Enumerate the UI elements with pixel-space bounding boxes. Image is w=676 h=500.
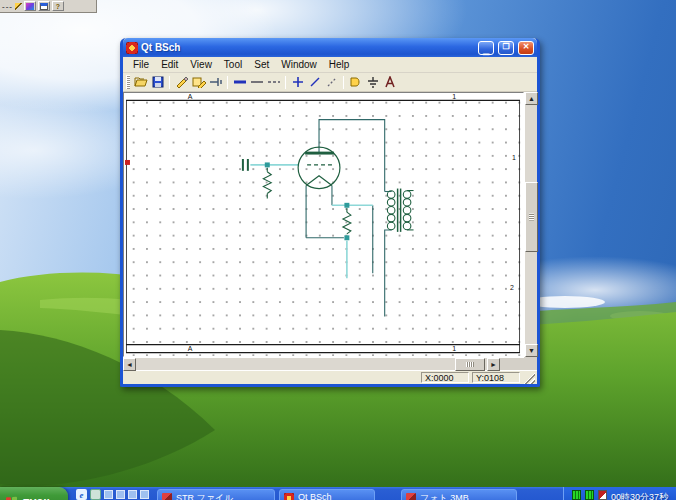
toolbar-handle[interactable] xyxy=(126,75,130,89)
dashed-line-button[interactable] xyxy=(323,74,340,90)
triode-tube-symbol[interactable] xyxy=(298,147,340,188)
selection-marker xyxy=(125,160,130,165)
vertical-scrollbar[interactable]: ▲ ▼ xyxy=(524,92,537,357)
cathode-resistor-symbol[interactable] xyxy=(343,208,351,234)
app-window: Qt BSch ▁ ❒ ✕ File Edit View Tool Set Wi… xyxy=(120,38,540,387)
capacitor-symbol[interactable] xyxy=(243,159,248,171)
grip-dashes: --- xyxy=(2,2,13,11)
quick-launch-icon[interactable] xyxy=(116,490,125,499)
horizontal-scroll-thumb[interactable] xyxy=(455,358,485,371)
scrollbar-corner xyxy=(524,357,537,370)
pen-icon xyxy=(15,3,22,10)
menu-view[interactable]: View xyxy=(184,58,218,71)
scroll-left-button[interactable]: ◄ xyxy=(123,358,136,371)
minimize-button[interactable]: ▁ xyxy=(478,41,494,55)
desktop: { "desktop": { "mini_toolbar": { "dashes… xyxy=(0,0,676,500)
crosshair-button[interactable] xyxy=(289,74,306,90)
window-button[interactable] xyxy=(38,1,50,11)
wire-icon xyxy=(250,77,264,87)
titlebar[interactable]: Qt BSch ▁ ❒ ✕ xyxy=(123,38,537,57)
menubar: File Edit View Tool Set Window Help xyxy=(123,57,537,73)
dashed-wire-button[interactable] xyxy=(265,74,282,90)
zone-label-top-1: 1 xyxy=(452,93,456,100)
statusbar: X:0000 Y:0108 xyxy=(123,370,537,384)
junction-dot[interactable] xyxy=(344,235,349,240)
pin-button[interactable] xyxy=(207,74,224,90)
taskbar-button-label: フォト 3MB xyxy=(420,492,469,500)
app-icon xyxy=(126,42,138,54)
taskbar-button-qtbsch[interactable]: Qt BSch xyxy=(279,489,375,500)
scroll-down-button[interactable]: ▼ xyxy=(525,344,538,357)
schematic-canvas[interactable]: A 1 A 1 1 2 xyxy=(123,92,524,357)
status-x-coordinate: X:0000 xyxy=(421,372,469,383)
resize-grip[interactable] xyxy=(523,372,535,384)
toolbar-separator xyxy=(227,76,228,89)
floating-toolbar: --- ? xyxy=(0,0,97,13)
toolbar xyxy=(123,73,537,92)
open-icon xyxy=(134,76,148,88)
line-icon xyxy=(309,76,321,88)
toolbar-separator xyxy=(169,76,170,89)
palette-icon xyxy=(26,3,34,10)
draw-button[interactable] xyxy=(173,74,190,90)
menu-set[interactable]: Set xyxy=(248,58,275,71)
bus-button[interactable] xyxy=(231,74,248,90)
status-indicator-icon[interactable] xyxy=(585,490,594,500)
primary-bottom-wire[interactable] xyxy=(385,230,392,317)
document-icon[interactable] xyxy=(90,489,101,500)
scroll-up-button[interactable]: ▲ xyxy=(525,92,538,105)
gate-button[interactable] xyxy=(347,74,364,90)
canvas-area: A 1 A 1 1 2 xyxy=(123,92,537,370)
zone-label-top-a: A xyxy=(188,93,193,100)
help-button[interactable]: ? xyxy=(52,1,64,11)
menu-tool[interactable]: Tool xyxy=(218,58,248,71)
close-button[interactable]: ✕ xyxy=(518,41,534,55)
part-edit-icon xyxy=(192,76,206,88)
window-title: Qt BSch xyxy=(141,42,474,53)
quick-launch-icon[interactable] xyxy=(140,490,149,499)
part-edit-button[interactable] xyxy=(190,74,207,90)
zone-label-bottom-a: A xyxy=(188,345,193,352)
ground-button[interactable] xyxy=(364,74,381,90)
junction-dot[interactable] xyxy=(344,203,349,208)
schematic-drawing: A 1 A 1 1 2 xyxy=(124,93,523,356)
line-button[interactable] xyxy=(306,74,323,90)
save-button[interactable] xyxy=(149,74,166,90)
grid-resistor-symbol[interactable] xyxy=(263,168,271,199)
bsch-app-icon xyxy=(284,493,294,500)
taskbar-button-file[interactable]: STR ファイル xyxy=(157,489,275,500)
scroll-right-button[interactable]: ► xyxy=(487,358,500,371)
label-button[interactable] xyxy=(381,74,398,90)
maximize-button[interactable]: ❒ xyxy=(498,41,514,55)
palette-button[interactable] xyxy=(24,1,36,11)
internet-explorer-icon[interactable]: e xyxy=(76,489,87,500)
system-tray: 00時30分37秒 xyxy=(563,487,676,500)
menu-window[interactable]: Window xyxy=(275,58,323,71)
transformer-symbol[interactable] xyxy=(387,189,413,232)
open-button[interactable] xyxy=(132,74,149,90)
vertical-scroll-thumb[interactable] xyxy=(525,182,538,252)
photo-app-icon xyxy=(406,493,416,500)
dashed-wire-icon xyxy=(267,77,281,87)
crosshair-icon xyxy=(292,76,304,88)
tray-app-icon[interactable] xyxy=(598,490,607,500)
menu-help[interactable]: Help xyxy=(323,58,356,71)
zone-label-right-1: 1 xyxy=(512,154,516,161)
horizontal-scrollbar[interactable]: ◄ ► xyxy=(123,357,500,370)
file-app-icon xyxy=(162,493,172,500)
taskbar-button-photo[interactable]: フォト 3MB xyxy=(401,489,517,500)
junction-dot[interactable] xyxy=(265,162,270,167)
wire-button[interactable] xyxy=(248,74,265,90)
quick-launch-icon[interactable] xyxy=(128,490,137,499)
status-indicator-icon[interactable] xyxy=(572,490,581,500)
start-button-label: пуск xyxy=(22,495,49,500)
taskbar-button-label: STR ファイル xyxy=(176,492,233,500)
ground-icon xyxy=(367,76,379,88)
quick-launch-icon[interactable] xyxy=(104,490,113,499)
thumb-grip xyxy=(466,362,474,367)
thumb-grip xyxy=(529,214,534,221)
menu-edit[interactable]: Edit xyxy=(155,58,184,71)
menu-file[interactable]: File xyxy=(127,58,155,71)
start-button[interactable]: пуск xyxy=(0,487,68,500)
plate-wire[interactable] xyxy=(319,120,385,192)
